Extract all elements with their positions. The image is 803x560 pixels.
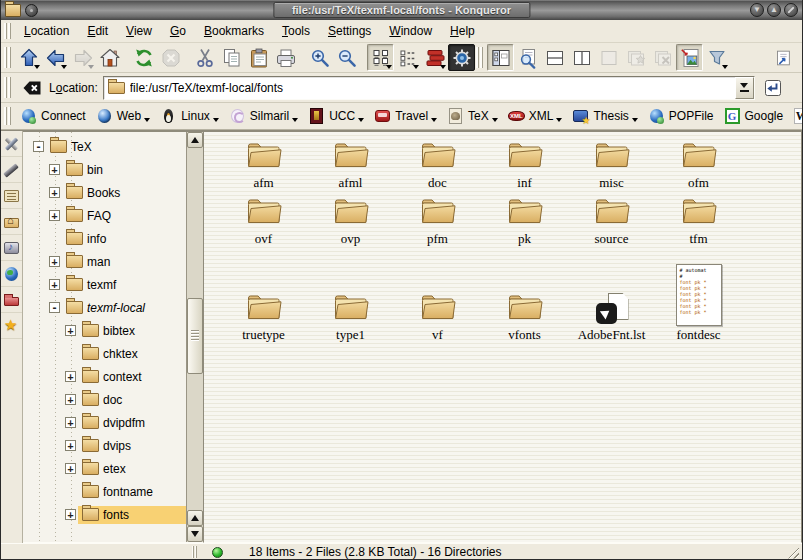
tree-node[interactable]: fonts xyxy=(78,506,186,524)
tree-row[interactable]: chktex xyxy=(23,342,186,365)
tree-row[interactable]: + Books xyxy=(23,181,186,204)
bookmark-item[interactable]: Thesis xyxy=(567,106,642,126)
tree-scrollbar[interactable] xyxy=(186,132,203,542)
tree-row[interactable]: + man xyxy=(23,250,186,273)
file-item[interactable]: # automat # font pk * font pk * font pk … xyxy=(568,249,655,345)
sidebar-tab[interactable] xyxy=(1,287,22,313)
bookmark-dropdown-arrow[interactable] xyxy=(213,118,219,122)
tree-node[interactable]: chktex xyxy=(78,345,186,363)
tree-node[interactable]: bibtex xyxy=(78,322,186,340)
tree-node[interactable]: etex xyxy=(78,460,186,478)
bookmark-item[interactable]: Travel xyxy=(369,106,442,126)
location-value[interactable]: file:/usr/TeX/texmf-local/fonts xyxy=(130,81,730,95)
tree-row[interactable]: + doc xyxy=(23,388,186,411)
sidebar-tab[interactable] xyxy=(1,131,22,157)
sidebar-tab[interactable] xyxy=(1,235,22,261)
bookmark-dropdown-arrow[interactable] xyxy=(292,118,298,122)
tree-node[interactable]: context xyxy=(78,368,186,386)
bookmark-item[interactable]: TeX xyxy=(442,106,503,126)
menu-item[interactable]: Location xyxy=(15,21,78,41)
bookmark-item[interactable]: Connect xyxy=(15,106,91,126)
file-item[interactable]: # automat # font pk * font pk * font pk … xyxy=(220,249,307,345)
file-item[interactable]: # automat # font pk * font pk * font pk … xyxy=(307,249,394,345)
tree-node[interactable]: bin xyxy=(62,161,186,179)
menu-item[interactable]: Tools xyxy=(273,21,319,41)
file-item[interactable]: # automat # font pk * font pk * font pk … xyxy=(394,137,481,193)
tree-expander[interactable]: + xyxy=(49,187,60,198)
tree-row[interactable]: + dvips xyxy=(23,434,186,457)
paste-button[interactable] xyxy=(245,44,272,71)
tree-node[interactable]: texmf-local xyxy=(62,299,186,317)
tree-row[interactable]: + etex xyxy=(23,457,186,480)
toolbar-handle[interactable] xyxy=(4,107,12,125)
tree-row[interactable]: + texmf xyxy=(23,273,186,296)
tree-row[interactable]: + FAQ xyxy=(23,204,186,227)
bookmark-item[interactable]: W Wikipedia xyxy=(788,106,803,126)
toolbar-extension-icon[interactable] xyxy=(769,44,796,71)
file-item[interactable]: # automat # font pk * font pk * font pk … xyxy=(307,137,394,193)
tree-node[interactable]: texmf xyxy=(62,276,186,294)
cut-button[interactable] xyxy=(191,44,218,71)
sidebar-tab[interactable] xyxy=(1,157,22,183)
print-button[interactable] xyxy=(272,44,299,71)
clear-location-button[interactable] xyxy=(20,76,44,100)
close-button[interactable] xyxy=(784,3,798,17)
icon-view-button[interactable] xyxy=(367,44,394,71)
sidebar-tab[interactable] xyxy=(1,209,22,235)
menu-item[interactable]: Edit xyxy=(78,21,117,41)
scroll-down-button[interactable] xyxy=(187,526,203,542)
sticky-button[interactable] xyxy=(25,4,38,17)
tree-expander[interactable]: + xyxy=(65,325,76,336)
file-item[interactable]: # automat # font pk * font pk * font pk … xyxy=(655,137,742,193)
sidebar-tab[interactable] xyxy=(1,313,22,339)
bookmark-item[interactable]: G Google xyxy=(719,106,789,126)
tree-expander[interactable]: + xyxy=(49,164,60,175)
file-item[interactable]: # automat # font pk * font pk * font pk … xyxy=(481,137,568,193)
bookmark-dropdown-arrow[interactable] xyxy=(556,118,562,122)
menu-item[interactable]: Settings xyxy=(319,21,380,41)
file-item[interactable]: # automat # font pk * font pk * font pk … xyxy=(655,249,742,345)
scrollbar-thumb[interactable] xyxy=(187,298,203,374)
file-item[interactable]: # automat # font pk * font pk * font pk … xyxy=(220,137,307,193)
back-button[interactable] xyxy=(42,44,69,71)
file-item[interactable]: # automat # font pk * font pk * font pk … xyxy=(568,137,655,193)
detailed-view-button[interactable] xyxy=(421,44,448,71)
menu-item[interactable]: Bookmarks xyxy=(195,21,273,41)
bookmark-dropdown-arrow[interactable] xyxy=(358,118,364,122)
toolbar-handle[interactable] xyxy=(4,77,12,98)
menu-item[interactable]: Window xyxy=(380,21,441,41)
zoom-in-button[interactable] xyxy=(306,44,333,71)
image-preview-button[interactable] xyxy=(676,44,703,71)
file-item[interactable]: # automat # font pk * font pk * font pk … xyxy=(307,193,394,249)
scrollbar-track[interactable] xyxy=(187,148,203,510)
tree-expander[interactable]: + xyxy=(49,210,60,221)
split-view-left-right-button[interactable] xyxy=(541,44,568,71)
copy-button[interactable] xyxy=(218,44,245,71)
tree-expander[interactable]: + xyxy=(65,509,76,520)
split-view-top-bottom-button[interactable] xyxy=(568,44,595,71)
tree-row[interactable]: - texmf-local xyxy=(23,296,186,319)
file-item[interactable]: # automat # font pk * font pk * font pk … xyxy=(481,193,568,249)
tree-node[interactable]: TeX xyxy=(46,138,186,156)
tree-row[interactable]: fontname xyxy=(23,480,186,503)
tree-row[interactable]: + bin xyxy=(23,158,186,181)
up-button[interactable] xyxy=(15,44,42,71)
toolbar-handle[interactable] xyxy=(4,47,12,68)
tree-row[interactable]: + context xyxy=(23,365,186,388)
tree-row[interactable]: + fonts xyxy=(23,503,186,526)
menu-item[interactable]: View xyxy=(117,21,161,41)
menu-item[interactable]: Help xyxy=(441,21,484,41)
home-button[interactable] xyxy=(96,44,123,71)
file-item[interactable]: # automat # font pk * font pk * font pk … xyxy=(394,193,481,249)
filter-button[interactable] xyxy=(703,44,730,71)
window-menu-icon[interactable] xyxy=(5,4,21,17)
sidebar-tab[interactable] xyxy=(1,183,22,209)
file-item[interactable]: # automat # font pk * font pk * font pk … xyxy=(568,193,655,249)
bookmark-item[interactable]: Web xyxy=(91,106,155,126)
file-item[interactable]: # automat # font pk * font pk * font pk … xyxy=(394,249,481,345)
menu-item[interactable]: Go xyxy=(161,21,195,41)
tree-expander[interactable]: + xyxy=(65,394,76,405)
tree-expander[interactable]: + xyxy=(49,256,60,267)
tree-node[interactable]: fontname xyxy=(78,483,186,501)
sidebar-tab[interactable] xyxy=(1,261,22,287)
